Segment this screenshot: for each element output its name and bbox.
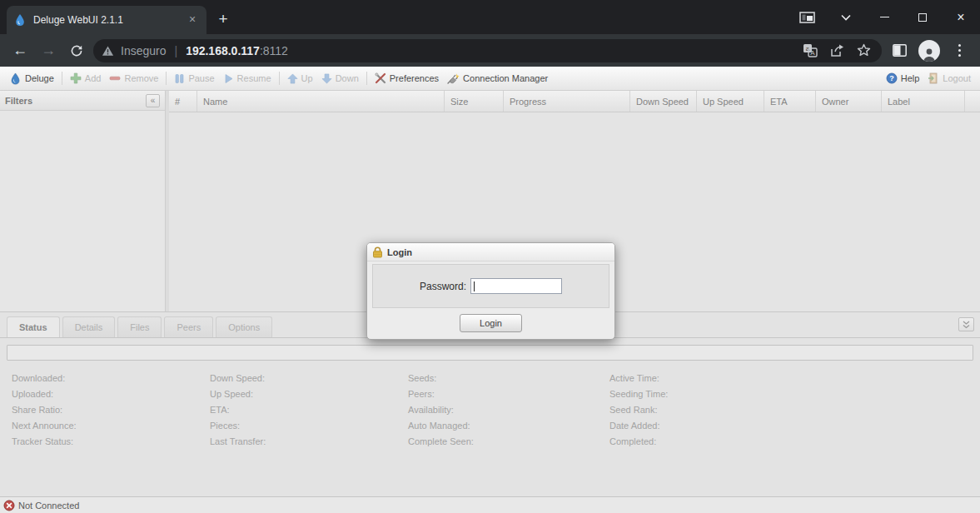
column-header-down-speed[interactable]: Down Speed	[630, 91, 697, 112]
security-label[interactable]: Inseguro	[121, 44, 166, 57]
not-secure-warning-icon[interactable]	[102, 45, 114, 57]
browser-menu-kebab-icon[interactable]	[947, 38, 972, 63]
url-field[interactable]: Inseguro | 192.168.0.117:8112 a A	[93, 39, 882, 62]
url-separator: |	[172, 44, 179, 57]
tab-preview-icon[interactable]	[788, 3, 827, 32]
arrow-up-icon	[287, 73, 298, 84]
resume-play-icon	[223, 73, 234, 84]
login-dialog-titlebar: Login	[367, 243, 614, 261]
minimize-button[interactable]	[865, 3, 903, 32]
resume-button[interactable]: Resume	[219, 71, 276, 87]
field-label-availability: Availability:	[408, 402, 609, 418]
column-header-progress[interactable]: Progress	[504, 91, 630, 112]
column-header-eta[interactable]: ETA	[764, 91, 816, 112]
remove-torrent-button[interactable]: Remove	[105, 70, 162, 87]
tab-options[interactable]: Options	[216, 316, 272, 337]
filters-panel-header: Filters «	[0, 91, 165, 111]
logout-button[interactable]: Logout	[923, 70, 975, 87]
field-label-share-ratio: Share Ratio:	[12, 402, 210, 418]
column-header-size[interactable]: Size	[445, 91, 504, 112]
new-tab-button[interactable]: +	[211, 8, 235, 32]
filters-collapse-button[interactable]: «	[146, 94, 160, 107]
status-fields: Downloaded: Uploaded: Share Ratio: Next …	[0, 367, 980, 450]
login-dialog-title: Login	[387, 247, 412, 257]
toolbar-separator	[166, 72, 167, 85]
text-caret	[474, 281, 475, 291]
field-label-peers: Peers:	[408, 386, 609, 402]
field-label-seed-rank: Seed Rank:	[609, 402, 980, 418]
field-label-seeds: Seeds:	[408, 371, 609, 386]
field-label-next-announce: Next Announce:	[12, 418, 210, 434]
queue-up-button[interactable]: Up	[283, 71, 317, 87]
url-text[interactable]: 192.168.0.117:8112	[186, 44, 288, 57]
field-label-active-time: Active Time:	[609, 371, 980, 386]
tab-close-icon[interactable]: ×	[185, 12, 200, 27]
preferences-tools-icon	[375, 72, 386, 84]
profile-avatar[interactable]	[917, 38, 942, 63]
not-connected-error-icon	[3, 500, 15, 511]
forward-button[interactable]: →	[37, 39, 60, 62]
field-label-downloaded: Downloaded:	[12, 371, 210, 386]
lock-icon	[372, 247, 383, 258]
password-input[interactable]	[470, 278, 562, 294]
filters-panel-body	[0, 111, 165, 311]
add-plus-icon	[70, 72, 82, 84]
login-dialog-body: Password:	[372, 264, 609, 308]
deluge-toolbar: Deluge Add Remove Pause Resume Up	[0, 67, 980, 91]
tab-files[interactable]: Files	[117, 316, 162, 337]
field-label-tracker-status: Tracker Status:	[12, 434, 210, 450]
field-label-eta: ETA:	[210, 402, 408, 418]
field-label-date-added: Date Added:	[609, 418, 980, 434]
connection-manager-button[interactable]: Connection Manager	[443, 70, 552, 87]
url-port: :8112	[260, 44, 288, 57]
window-controls: ×	[788, 0, 980, 34]
torrent-grid-header: # Name Size Progress Down Speed Up Speed…	[169, 91, 980, 112]
column-header-label[interactable]: Label	[882, 91, 965, 112]
svg-text:?: ?	[889, 74, 894, 82]
logout-door-icon	[928, 72, 939, 84]
tab-status[interactable]: Status	[7, 316, 60, 337]
maximize-button[interactable]	[903, 3, 942, 32]
queue-down-button[interactable]: Down	[317, 71, 363, 87]
column-header-spacer	[965, 91, 980, 112]
deluge-home-button[interactable]: Deluge	[5, 70, 58, 87]
field-label-down-speed: Down Speed:	[210, 371, 408, 386]
help-question-icon: ?	[886, 72, 898, 84]
tab-details[interactable]: Details	[62, 316, 116, 337]
connection-statusbar: Not Connected	[0, 496, 980, 513]
filters-panel: Filters «	[0, 91, 166, 311]
arrow-down-icon	[321, 73, 332, 84]
toolbar-separator	[62, 72, 62, 85]
chevron-down-icon[interactable]	[827, 3, 865, 32]
double-chevron-down-icon	[963, 321, 970, 329]
login-dialog-footer: Login	[367, 308, 614, 338]
pause-button[interactable]: Pause	[170, 71, 218, 87]
remove-minus-icon	[109, 72, 121, 84]
reload-button[interactable]	[65, 39, 88, 62]
tab-peers[interactable]: Peers	[164, 316, 213, 337]
close-button[interactable]: ×	[942, 3, 980, 32]
translate-icon[interactable]: a A	[800, 41, 820, 61]
browser-tab[interactable]: Deluge WebUI 2.1.1 ×	[7, 6, 206, 34]
column-header-owner[interactable]: Owner	[816, 91, 882, 112]
column-header-name[interactable]: Name	[197, 91, 445, 112]
side-panel-icon[interactable]	[887, 38, 912, 63]
share-icon[interactable]	[827, 41, 847, 61]
svg-text:A: A	[810, 49, 815, 57]
connection-manager-plug-icon	[447, 72, 460, 84]
browser-tabstrip: Deluge WebUI 2.1.1 × + ×	[0, 0, 980, 34]
back-button[interactable]: ←	[8, 39, 32, 62]
help-button[interactable]: ? Help	[882, 70, 924, 87]
toolbar-separator	[279, 72, 280, 85]
bookmark-star-icon[interactable]	[853, 41, 873, 61]
preferences-button[interactable]: Preferences	[371, 70, 443, 87]
column-header-number[interactable]: #	[169, 91, 197, 112]
login-submit-button[interactable]: Login	[460, 314, 522, 332]
toolbar-separator	[366, 72, 367, 85]
column-header-up-speed[interactable]: Up Speed	[697, 91, 764, 112]
detail-panel-collapse-button[interactable]	[958, 317, 974, 331]
field-label-uploaded: Uploaded:	[12, 386, 210, 402]
field-label-auto-managed: Auto Managed:	[408, 418, 609, 434]
password-label: Password:	[420, 281, 466, 292]
add-torrent-button[interactable]: Add	[66, 70, 106, 87]
